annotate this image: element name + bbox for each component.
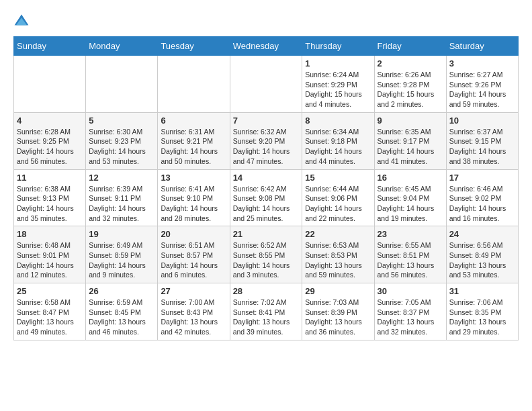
calendar-cell: 11Sunrise: 6:38 AM Sunset: 9:13 PM Dayli…	[14, 169, 86, 226]
day-number: 12	[89, 173, 154, 183]
day-info: Sunrise: 6:42 AM Sunset: 9:08 PM Dayligh…	[233, 184, 300, 224]
day-info: Sunrise: 7:02 AM Sunset: 8:41 PM Dayligh…	[233, 298, 300, 337]
logo	[13, 13, 32, 30]
day-number: 11	[17, 173, 83, 183]
day-info: Sunrise: 6:52 AM Sunset: 8:55 PM Dayligh…	[233, 240, 300, 280]
day-info: Sunrise: 6:37 AM Sunset: 9:15 PM Dayligh…	[449, 127, 515, 167]
calendar-cell: 14Sunrise: 6:42 AM Sunset: 9:08 PM Dayli…	[230, 169, 302, 226]
day-number: 9	[378, 116, 443, 126]
calendar-cell: 29Sunrise: 7:03 AM Sunset: 8:39 PM Dayli…	[302, 283, 374, 340]
calendar-week-row: 1Sunrise: 6:24 AM Sunset: 9:29 PM Daylig…	[14, 56, 519, 113]
day-number: 8	[305, 116, 371, 126]
day-info: Sunrise: 6:59 AM Sunset: 8:45 PM Dayligh…	[89, 298, 154, 337]
day-number: 3	[449, 58, 515, 68]
day-info: Sunrise: 7:05 AM Sunset: 8:37 PM Dayligh…	[378, 298, 443, 337]
calendar-cell: 28Sunrise: 7:02 AM Sunset: 8:41 PM Dayli…	[230, 283, 302, 340]
day-info: Sunrise: 6:58 AM Sunset: 8:47 PM Dayligh…	[17, 298, 83, 337]
day-number: 7	[233, 116, 300, 126]
calendar-cell: 6Sunrise: 6:31 AM Sunset: 9:21 PM Daylig…	[158, 112, 230, 169]
calendar-week-row: 11Sunrise: 6:38 AM Sunset: 9:13 PM Dayli…	[14, 169, 519, 226]
calendar-cell: 26Sunrise: 6:59 AM Sunset: 8:45 PM Dayli…	[86, 283, 158, 340]
calendar-cell	[86, 56, 158, 113]
day-info: Sunrise: 6:32 AM Sunset: 9:20 PM Dayligh…	[233, 127, 300, 167]
day-number: 14	[233, 173, 300, 183]
day-info: Sunrise: 6:35 AM Sunset: 9:17 PM Dayligh…	[378, 127, 443, 167]
day-info: Sunrise: 6:30 AM Sunset: 9:23 PM Dayligh…	[89, 127, 154, 167]
day-number: 13	[161, 173, 226, 183]
day-number: 21	[233, 229, 300, 239]
day-of-week-header: Monday	[86, 37, 158, 56]
day-info: Sunrise: 6:55 AM Sunset: 8:51 PM Dayligh…	[378, 240, 443, 280]
day-info: Sunrise: 6:24 AM Sunset: 9:29 PM Dayligh…	[305, 70, 371, 109]
day-info: Sunrise: 7:06 AM Sunset: 8:35 PM Dayligh…	[449, 298, 515, 337]
day-info: Sunrise: 6:38 AM Sunset: 9:13 PM Dayligh…	[17, 184, 83, 224]
calendar-cell: 5Sunrise: 6:30 AM Sunset: 9:23 PM Daylig…	[86, 112, 158, 169]
day-number: 23	[378, 229, 443, 239]
day-number: 19	[89, 229, 154, 239]
calendar-week-row: 25Sunrise: 6:58 AM Sunset: 8:47 PM Dayli…	[14, 283, 519, 340]
day-number: 16	[378, 173, 443, 183]
calendar-cell: 3Sunrise: 6:27 AM Sunset: 9:26 PM Daylig…	[446, 56, 518, 113]
day-number: 24	[449, 229, 515, 239]
day-number: 4	[17, 116, 83, 126]
calendar-cell: 17Sunrise: 6:46 AM Sunset: 9:02 PM Dayli…	[446, 169, 518, 226]
day-info: Sunrise: 6:41 AM Sunset: 9:10 PM Dayligh…	[161, 184, 226, 224]
day-info: Sunrise: 7:03 AM Sunset: 8:39 PM Dayligh…	[305, 298, 371, 337]
day-number: 22	[305, 229, 371, 239]
day-of-week-header: Friday	[374, 37, 446, 56]
page-header	[13, 13, 519, 30]
logo-icon	[13, 13, 30, 30]
calendar-cell: 19Sunrise: 6:49 AM Sunset: 8:59 PM Dayli…	[86, 226, 158, 283]
day-number: 18	[17, 229, 83, 239]
calendar-cell: 10Sunrise: 6:37 AM Sunset: 9:15 PM Dayli…	[446, 112, 518, 169]
day-number: 27	[161, 286, 226, 296]
calendar-cell: 22Sunrise: 6:53 AM Sunset: 8:53 PM Dayli…	[302, 226, 374, 283]
day-number: 31	[449, 286, 515, 296]
day-info: Sunrise: 6:53 AM Sunset: 8:53 PM Dayligh…	[305, 240, 371, 280]
day-number: 26	[89, 286, 154, 296]
day-info: Sunrise: 6:28 AM Sunset: 9:25 PM Dayligh…	[17, 127, 83, 167]
day-number: 17	[449, 173, 515, 183]
calendar-cell: 16Sunrise: 6:45 AM Sunset: 9:04 PM Dayli…	[374, 169, 446, 226]
calendar-cell: 18Sunrise: 6:48 AM Sunset: 9:01 PM Dayli…	[14, 226, 86, 283]
day-info: Sunrise: 6:48 AM Sunset: 9:01 PM Dayligh…	[17, 240, 83, 280]
calendar-cell: 1Sunrise: 6:24 AM Sunset: 9:29 PM Daylig…	[302, 56, 374, 113]
day-info: Sunrise: 6:51 AM Sunset: 8:57 PM Dayligh…	[161, 240, 226, 280]
day-info: Sunrise: 6:46 AM Sunset: 9:02 PM Dayligh…	[449, 184, 515, 224]
day-info: Sunrise: 6:39 AM Sunset: 9:11 PM Dayligh…	[89, 184, 154, 224]
day-number: 20	[161, 229, 226, 239]
day-info: Sunrise: 6:45 AM Sunset: 9:04 PM Dayligh…	[378, 184, 443, 224]
calendar-cell: 30Sunrise: 7:05 AM Sunset: 8:37 PM Dayli…	[374, 283, 446, 340]
day-info: Sunrise: 6:49 AM Sunset: 8:59 PM Dayligh…	[89, 240, 154, 280]
day-of-week-header: Thursday	[302, 37, 374, 56]
day-number: 1	[305, 58, 371, 68]
day-number: 29	[305, 286, 371, 296]
calendar-cell: 31Sunrise: 7:06 AM Sunset: 8:35 PM Dayli…	[446, 283, 518, 340]
day-of-week-header: Sunday	[14, 37, 86, 56]
day-info: Sunrise: 6:44 AM Sunset: 9:06 PM Dayligh…	[305, 184, 371, 224]
calendar-cell: 8Sunrise: 6:34 AM Sunset: 9:18 PM Daylig…	[302, 112, 374, 169]
calendar-cell: 21Sunrise: 6:52 AM Sunset: 8:55 PM Dayli…	[230, 226, 302, 283]
calendar-cell: 23Sunrise: 6:55 AM Sunset: 8:51 PM Dayli…	[374, 226, 446, 283]
calendar-week-row: 18Sunrise: 6:48 AM Sunset: 9:01 PM Dayli…	[14, 226, 519, 283]
calendar-table: SundayMondayTuesdayWednesdayThursdayFrid…	[13, 36, 519, 340]
calendar-cell	[14, 56, 86, 113]
calendar-cell: 25Sunrise: 6:58 AM Sunset: 8:47 PM Dayli…	[14, 283, 86, 340]
calendar-cell: 7Sunrise: 6:32 AM Sunset: 9:20 PM Daylig…	[230, 112, 302, 169]
calendar-cell: 4Sunrise: 6:28 AM Sunset: 9:25 PM Daylig…	[14, 112, 86, 169]
calendar-cell	[158, 56, 230, 113]
day-number: 2	[378, 58, 443, 68]
day-number: 5	[89, 116, 154, 126]
day-info: Sunrise: 6:34 AM Sunset: 9:18 PM Dayligh…	[305, 127, 371, 167]
day-info: Sunrise: 6:56 AM Sunset: 8:49 PM Dayligh…	[449, 240, 515, 280]
calendar-cell: 20Sunrise: 6:51 AM Sunset: 8:57 PM Dayli…	[158, 226, 230, 283]
calendar-cell: 13Sunrise: 6:41 AM Sunset: 9:10 PM Dayli…	[158, 169, 230, 226]
day-of-week-header: Wednesday	[230, 37, 302, 56]
calendar-cell: 12Sunrise: 6:39 AM Sunset: 9:11 PM Dayli…	[86, 169, 158, 226]
day-info: Sunrise: 6:26 AM Sunset: 9:28 PM Dayligh…	[378, 70, 443, 109]
calendar-cell: 9Sunrise: 6:35 AM Sunset: 9:17 PM Daylig…	[374, 112, 446, 169]
calendar-cell	[230, 56, 302, 113]
calendar-cell: 15Sunrise: 6:44 AM Sunset: 9:06 PM Dayli…	[302, 169, 374, 226]
day-of-week-header: Tuesday	[158, 37, 230, 56]
day-number: 10	[449, 116, 515, 126]
